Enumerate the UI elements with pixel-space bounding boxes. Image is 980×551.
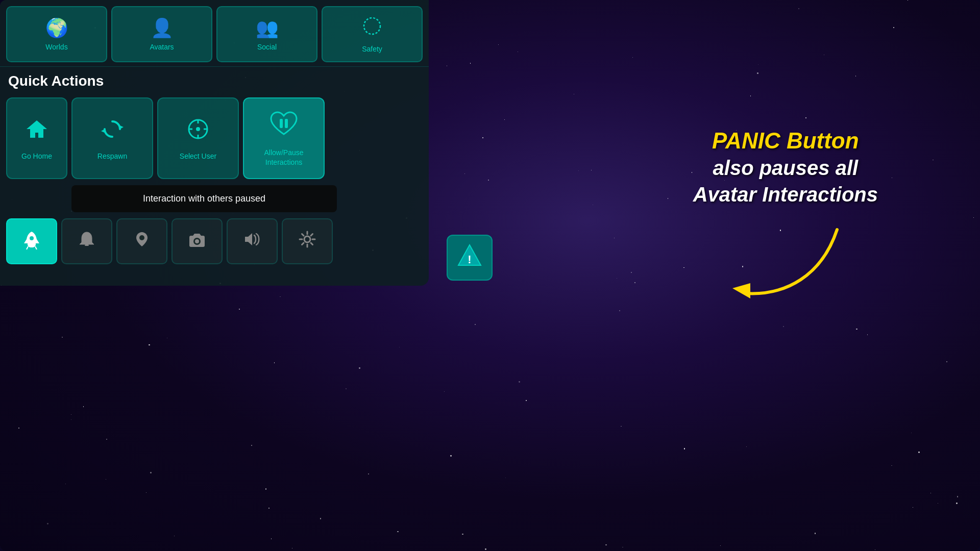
select-user-button[interactable]: Select User [157, 97, 239, 179]
svg-text:!: ! [468, 253, 471, 266]
svg-rect-13 [85, 244, 89, 246]
respawn-label: Respawn [97, 152, 127, 160]
location-icon [133, 230, 151, 253]
select-user-label: Select User [180, 152, 216, 160]
svg-marker-2 [120, 126, 124, 129]
social-label: Social [257, 43, 277, 51]
quick-actions-heading: Quick Actions [0, 67, 429, 93]
worlds-button[interactable]: 🌍 Worlds [6, 6, 107, 62]
svg-marker-1 [27, 120, 47, 138]
panic-button-description: also pauses all Avatar Interactions [693, 155, 878, 208]
bell-icon [78, 230, 96, 253]
svg-line-27 [302, 243, 304, 245]
svg-marker-3 [101, 129, 105, 133]
notifications-toolbar-button[interactable] [61, 218, 112, 264]
warning-triangle-icon: ! [456, 242, 483, 273]
camera-icon [188, 230, 206, 253]
social-button[interactable]: 👥 Social [216, 6, 317, 62]
worlds-label: Worlds [45, 43, 67, 51]
top-menu-row: 🌍 Worlds 👤 Avatars 👥 Social Safety [0, 0, 429, 67]
svg-marker-18 [245, 233, 252, 245]
tooltip-text: Interaction with others paused [143, 193, 265, 204]
go-home-label: Go Home [21, 152, 52, 160]
allow-pause-interactions-button[interactable]: Allow/PauseInteractions [243, 97, 325, 179]
vrchat-panel: 🌍 Worlds 👤 Avatars 👥 Social Safety Quick… [0, 0, 429, 286]
avatars-label: Avatars [150, 43, 174, 51]
home-icon [24, 116, 50, 147]
social-icon: 👥 [256, 17, 279, 39]
svg-line-25 [311, 243, 313, 245]
annotation-line1: PANIC Button [712, 128, 859, 153]
avatars-button[interactable]: 👤 Avatars [111, 6, 212, 62]
curved-arrow-svg [704, 214, 868, 327]
interactions-icon [268, 110, 299, 143]
svg-rect-11 [285, 119, 288, 128]
audio-icon [243, 230, 261, 253]
allow-pause-label: Allow/PauseInteractions [264, 148, 303, 166]
interaction-tooltip: Interaction with others paused [71, 185, 337, 212]
svg-line-24 [302, 234, 304, 236]
gear-icon [298, 230, 316, 253]
annotation-line2: also pauses all [713, 157, 859, 179]
safety-button[interactable]: Safety [322, 6, 423, 62]
safety-label: Safety [362, 45, 382, 53]
annotation-container: PANIC Button also pauses all Avatar Inte… [693, 128, 878, 208]
bottom-toolbar [0, 214, 429, 268]
quick-actions-row: Go Home Respawn [0, 93, 429, 183]
svg-marker-30 [732, 283, 750, 298]
panic-button-title: PANIC Button [693, 128, 878, 155]
svg-point-14 [139, 235, 144, 240]
launch-toolbar-button[interactable] [6, 218, 57, 264]
svg-point-5 [196, 127, 200, 131]
audio-toolbar-button[interactable] [227, 218, 278, 264]
camera-toolbar-button[interactable] [172, 218, 223, 264]
launch-icon [21, 229, 42, 254]
go-home-button[interactable]: Go Home [6, 97, 67, 179]
svg-line-26 [311, 234, 313, 236]
panic-button[interactable]: ! [447, 235, 493, 281]
safety-icon [362, 16, 382, 41]
select-user-icon [185, 116, 211, 147]
respawn-icon [100, 116, 125, 147]
location-toolbar-button[interactable] [116, 218, 167, 264]
svg-point-17 [195, 239, 199, 243]
svg-rect-10 [280, 119, 283, 128]
svg-point-12 [30, 236, 34, 240]
svg-point-0 [364, 18, 380, 34]
annotation-line3: Avatar Interactions [693, 183, 878, 206]
avatars-icon: 👤 [151, 17, 174, 39]
worlds-icon: 🌍 [45, 17, 68, 39]
svg-point-19 [304, 236, 310, 242]
settings-toolbar-button[interactable] [282, 218, 333, 264]
respawn-button[interactable]: Respawn [71, 97, 153, 179]
